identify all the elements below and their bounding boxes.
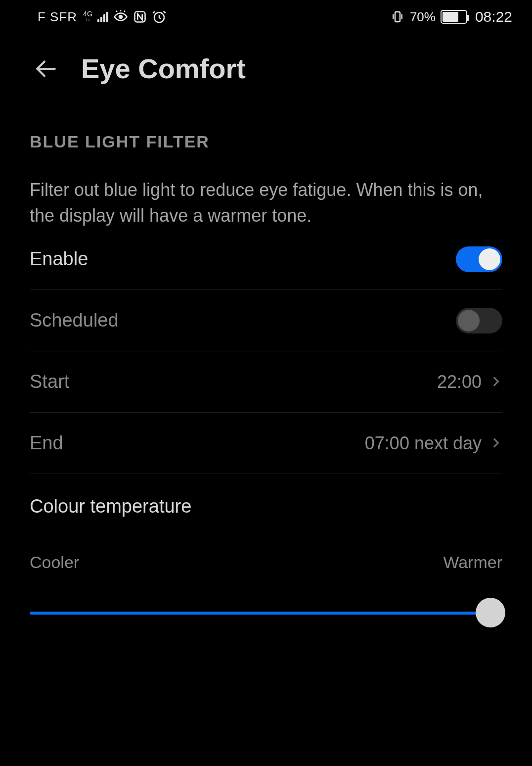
colour-temperature-slider[interactable]: [30, 598, 502, 627]
end-value-wrap: 07:00 next day: [365, 433, 502, 454]
enable-label: Enable: [30, 248, 88, 270]
svg-line-3: [124, 11, 125, 12]
content: BLUE LIGHT FILTER Filter out blue light …: [0, 132, 532, 627]
chevron-right-icon: [489, 433, 502, 454]
scheduled-row[interactable]: Scheduled: [30, 290, 502, 351]
signal-icon: [97, 11, 108, 22]
toggle-knob: [458, 310, 480, 332]
scheduled-label: Scheduled: [30, 310, 119, 331]
alarm-icon: [152, 9, 167, 24]
back-button[interactable]: [32, 55, 59, 83]
page-title: Eye Comfort: [81, 52, 246, 85]
slider-thumb[interactable]: [476, 598, 505, 627]
eye-comfort-icon: [113, 9, 128, 24]
status-bar: F SFR 4G ↑↓: [0, 0, 532, 34]
battery-icon: [441, 10, 467, 24]
start-value: 22:00: [437, 372, 482, 392]
vibrate-icon: [390, 9, 405, 24]
toggle-knob: [479, 248, 500, 270]
chevron-right-icon: [489, 372, 502, 392]
svg-line-2: [116, 11, 117, 12]
svg-point-0: [119, 15, 122, 18]
warmer-label: Warmer: [443, 553, 502, 572]
colour-temperature-title: Colour temperature: [30, 496, 502, 517]
status-right: 70% 08:22: [390, 8, 512, 25]
svg-rect-6: [395, 12, 400, 22]
start-value-wrap: 22:00: [437, 372, 502, 392]
status-left: F SFR 4G ↑↓: [38, 9, 167, 25]
carrier-label: F SFR: [38, 9, 77, 25]
back-arrow-icon: [33, 56, 58, 81]
network-type-icon: 4G ↑↓: [83, 11, 92, 23]
page-header: Eye Comfort: [0, 34, 532, 85]
colour-temperature-labels: Cooler Warmer: [30, 553, 502, 572]
end-value: 07:00 next day: [365, 433, 482, 454]
end-time-row[interactable]: End 07:00 next day: [30, 413, 502, 474]
enable-toggle[interactable]: [456, 246, 502, 272]
battery-percent: 70%: [410, 9, 436, 25]
start-time-row[interactable]: Start 22:00: [30, 351, 502, 413]
scheduled-toggle[interactable]: [456, 308, 502, 334]
section-description: Filter out blue light to reduce eye fati…: [30, 177, 502, 229]
enable-row[interactable]: Enable: [30, 229, 502, 290]
section-heading: BLUE LIGHT FILTER: [30, 132, 502, 151]
cooler-label: Cooler: [30, 553, 79, 572]
clock: 08:22: [475, 8, 512, 25]
slider-track: [30, 612, 502, 615]
end-label: End: [30, 432, 63, 454]
nfc-icon: [133, 10, 147, 24]
start-label: Start: [30, 371, 69, 392]
